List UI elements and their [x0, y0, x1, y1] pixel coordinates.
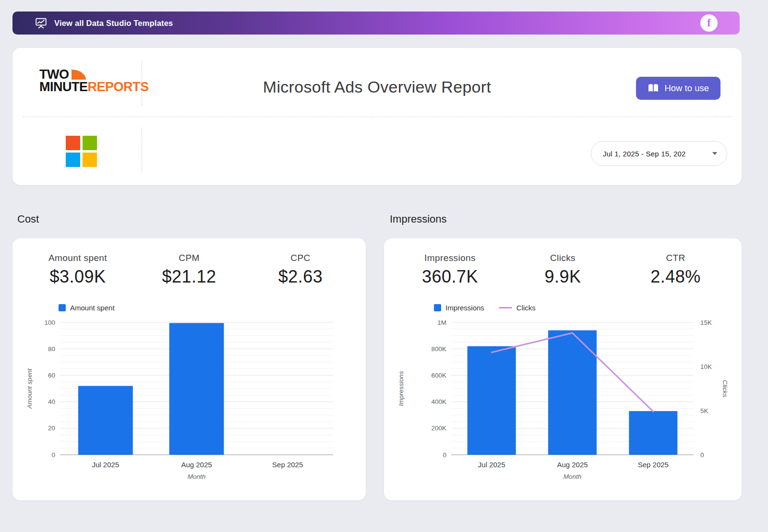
kpi-value: 360.7K	[394, 267, 506, 287]
microsoft-logo	[66, 136, 97, 167]
kpi-value: $3.09K	[22, 267, 133, 287]
page-title: Microsoft Ads Overview Report	[156, 78, 598, 96]
banner-label: View all Data Studio Templates	[54, 19, 173, 28]
svg-text:40: 40	[48, 398, 55, 405]
microsoft-logo-blue-square	[66, 153, 80, 167]
templates-banner[interactable]: View all Data Studio Templates f	[12, 12, 740, 35]
logo-swoosh-icon	[72, 70, 86, 80]
svg-text:Month: Month	[188, 473, 206, 480]
kpi-cpc: CPC $2.63	[245, 253, 356, 287]
svg-text:0: 0	[51, 451, 55, 459]
svg-text:Impressions: Impressions	[397, 371, 405, 406]
kpi-clicks: Clicks 9.9K	[506, 253, 619, 287]
svg-text:5K: 5K	[700, 407, 708, 414]
logo-text-two: TWO	[39, 68, 69, 81]
legend-line-swatch	[499, 307, 512, 308]
date-range-selector[interactable]: Jul 1, 2025 - Sep 15, 202	[591, 141, 727, 166]
impressions-section-label: Impressions	[390, 213, 447, 225]
svg-text:Jul 2025: Jul 2025	[92, 461, 119, 469]
svg-text:10K: 10K	[700, 363, 712, 370]
facebook-icon[interactable]: f	[700, 14, 718, 32]
kpi-ctr: CTR 2.48%	[619, 253, 732, 287]
microsoft-logo-yellow-square	[83, 153, 97, 167]
svg-text:0: 0	[443, 451, 446, 459]
svg-text:Amount spent: Amount spent	[26, 368, 33, 409]
legend-bar-swatch	[434, 304, 441, 311]
svg-text:200K: 200K	[431, 425, 446, 432]
two-minute-reports-logo: TWO MINUTEREPORTS	[39, 68, 149, 94]
kpi-label: Impressions	[394, 253, 506, 263]
svg-text:100: 100	[44, 319, 55, 326]
kpi-label: CPM	[133, 253, 245, 263]
kpi-label: Clicks	[506, 253, 619, 263]
cost-card: Amount spent $3.09K CPM $21.12 CPC $2.63…	[12, 238, 366, 500]
kpi-impressions: Impressions 360.7K	[394, 253, 506, 287]
svg-text:Sep 2025: Sep 2025	[638, 461, 669, 469]
microsoft-logo-red-square	[66, 136, 80, 150]
logo-text-reports: REPORTS	[88, 80, 149, 94]
kpi-cpm: CPM $21.12	[133, 253, 245, 287]
vertical-divider	[142, 128, 142, 172]
presentation-chart-icon	[35, 17, 48, 29]
svg-text:Jul 2025: Jul 2025	[478, 461, 505, 469]
legend-label: Clicks	[516, 304, 536, 312]
svg-text:Aug 2025: Aug 2025	[557, 461, 588, 469]
svg-text:400K: 400K	[431, 398, 446, 405]
cost-chart-legend: Amount spent	[59, 303, 366, 312]
kpi-label: CPC	[245, 253, 356, 263]
kpi-label: Amount spent	[22, 253, 133, 263]
microsoft-logo-green-square	[83, 136, 97, 150]
svg-text:Month: Month	[564, 473, 582, 480]
kpi-label: CTR	[619, 253, 732, 263]
impressions-chart-legend: Impressions Clicks	[434, 303, 742, 312]
vertical-divider	[142, 61, 142, 106]
svg-text:0: 0	[700, 451, 704, 459]
date-range-value: Jul 1, 2025 - Sep 15, 202	[603, 150, 686, 158]
svg-text:1M: 1M	[437, 319, 446, 326]
svg-text:600K: 600K	[431, 372, 446, 379]
kpi-amount-spent: Amount spent $3.09K	[22, 253, 133, 287]
kpi-value: 2.48%	[619, 267, 732, 287]
logo-text-minute: MINUTE	[39, 80, 88, 94]
legend-bar-swatch	[59, 304, 66, 311]
report-header-card: TWO MINUTEREPORTS Microsoft Ads Overview…	[12, 48, 742, 185]
svg-text:Clicks: Clicks	[721, 380, 729, 397]
legend-label: Amount spent	[70, 304, 115, 312]
legend-item-impressions[interactable]: Impressions	[434, 304, 484, 312]
page: View all Data Studio Templates f TWO MIN…	[0, 0, 768, 532]
kpi-value: 9.9K	[506, 267, 619, 287]
horizontal-divider	[23, 117, 731, 117]
svg-text:20: 20	[48, 425, 55, 432]
legend-item-clicks[interactable]: Clicks	[499, 304, 536, 312]
how-to-use-label: How to use	[664, 83, 709, 94]
book-icon	[648, 83, 659, 93]
svg-text:Sep 2025: Sep 2025	[272, 461, 303, 469]
how-to-use-button[interactable]: How to use	[636, 77, 720, 100]
legend-label: Impressions	[445, 304, 484, 312]
amount-spent-bar-chart: 020406080100Jul 2025Aug 2025Sep 2025Mont…	[12, 315, 366, 484]
svg-text:60: 60	[48, 372, 55, 379]
kpi-value: $21.12	[133, 267, 245, 287]
svg-text:800K: 800K	[431, 345, 446, 353]
impressions-card: Impressions 360.7K Clicks 9.9K CTR 2.48%…	[384, 238, 742, 500]
legend-item-amount-spent[interactable]: Amount spent	[59, 304, 115, 312]
svg-text:Aug 2025: Aug 2025	[181, 461, 212, 469]
caret-down-icon	[712, 152, 717, 155]
impressions-kpi-row: Impressions 360.7K Clicks 9.9K CTR 2.48%	[384, 253, 742, 287]
impressions-clicks-combo-chart: 0200K400K600K800K1M05K10K15KJul 2025Aug …	[384, 315, 742, 484]
svg-text:80: 80	[48, 345, 55, 353]
svg-text:15K: 15K	[700, 319, 712, 326]
cost-kpi-row: Amount spent $3.09K CPM $21.12 CPC $2.63	[12, 253, 366, 287]
kpi-value: $2.63	[245, 267, 356, 287]
cost-section-label: Cost	[17, 213, 39, 225]
